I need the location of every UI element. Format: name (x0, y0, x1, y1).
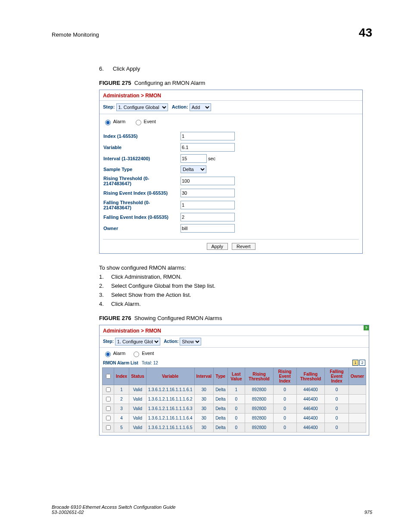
table-cell: 1 (114, 385, 129, 395)
revert-button[interactable]: Revert (232, 243, 255, 250)
table-cell: 0 (325, 414, 349, 423)
table-cell: 1.3.6.1.2.1.16.1.1.1.6.3 (146, 404, 194, 414)
table-cell: 892800 (245, 385, 273, 395)
instruction-step: 2.Select Configure Global from the Step … (99, 283, 372, 289)
table-cell: 0 (227, 414, 245, 423)
table-cell: 0 (273, 395, 296, 404)
page-2[interactable]: 2 (359, 360, 365, 366)
help-icon[interactable]: ? (364, 325, 369, 330)
col-header: Variable (146, 368, 194, 385)
footer-book: Brocade 6910 Ethernet Access Switch Conf… (52, 504, 176, 510)
table-row: 4Valid1.3.6.1.2.1.16.1.1.1.6.430Delta089… (103, 414, 366, 423)
footer-doc: 53-1002651-02 (52, 510, 176, 515)
row-checkbox[interactable] (106, 416, 111, 420)
page-1[interactable]: 1 (352, 360, 358, 366)
form-input[interactable] (181, 224, 235, 233)
row-checkbox[interactable] (106, 406, 111, 411)
row-checkbox[interactable] (106, 425, 111, 430)
form-input[interactable] (181, 213, 235, 221)
form-input[interactable] (181, 189, 235, 197)
col-header: Type (214, 368, 227, 385)
intro-step: 6. Click Apply (99, 65, 372, 72)
table-cell: Delta (214, 404, 227, 414)
radio-event[interactable]: Event (134, 119, 156, 124)
form-input[interactable] (181, 143, 235, 152)
col-header: Falling Threshold (296, 368, 325, 385)
step-select[interactable]: 1. Configure Global (116, 103, 168, 111)
table-cell: Valid (129, 385, 146, 395)
table-cell: 446400 (296, 385, 325, 395)
table-cell: 0 (273, 404, 296, 414)
table-cell: 446400 (296, 414, 325, 423)
table-cell (349, 404, 366, 414)
breadcrumb: Administration > RMON (103, 93, 161, 99)
table-cell: 0 (273, 414, 296, 423)
table-cell: Delta (214, 395, 227, 404)
radio-event-2[interactable]: Event (131, 351, 154, 356)
form-label: Index (1-65535) (103, 131, 180, 141)
table-cell: Delta (214, 414, 227, 423)
step-select-2[interactable]: 1. Configure Global (115, 338, 160, 345)
table-row: 5Valid1.3.6.1.2.1.16.1.1.1.6.530Delta089… (103, 423, 366, 432)
table-row: 3Valid1.3.6.1.2.1.16.1.1.1.6.330Delta089… (103, 404, 366, 414)
table-cell: Valid (129, 414, 146, 423)
apply-button[interactable]: Apply (207, 243, 228, 250)
table-cell (349, 395, 366, 404)
table-cell: 446400 (296, 404, 325, 414)
figure-276-text: Showing Configured RMON Alarms (134, 315, 222, 321)
action-label-2: Action: (164, 339, 178, 344)
form-label: Rising Event Index (0-65535) (103, 188, 180, 198)
col-header: Status (129, 368, 146, 385)
table-cell: Delta (214, 385, 227, 395)
table-cell: 2 (114, 395, 129, 404)
row-checkbox[interactable] (106, 397, 111, 401)
figure-276-caption: FIGURE 276 Showing Configured RMON Alarm… (99, 315, 372, 321)
form-input[interactable] (181, 132, 235, 140)
radio-alarm[interactable]: Alarm (103, 119, 125, 124)
table-cell: 5 (114, 423, 129, 432)
form-label: Rising Threshold (0-2147483647) (103, 175, 180, 187)
list-total: Total: 12 (142, 361, 158, 365)
table-cell: 1.3.6.1.2.1.16.1.1.1.6.5 (146, 423, 194, 432)
figure-275-caption: FIGURE 275 Configuring an RMON Alarm (99, 80, 372, 86)
instructions-lead: To show configured RMON alarms: (99, 264, 372, 271)
form-input[interactable] (181, 177, 235, 185)
footer-page: 975 (364, 510, 372, 515)
col-header: Falling Event Index (325, 368, 349, 385)
intro-step-text: Click Apply (113, 65, 140, 72)
table-cell: 1 (227, 385, 245, 395)
table-cell: 0 (227, 395, 245, 404)
table-cell: Delta (214, 423, 227, 432)
action-label: Action: (172, 104, 188, 109)
list-title: RMON Alarm List (103, 361, 138, 365)
table-cell: 0 (325, 385, 349, 395)
table-cell: 0 (227, 404, 245, 414)
table-cell: Valid (129, 423, 146, 432)
step-label: Step: (103, 104, 115, 109)
table-cell: 892800 (245, 395, 273, 404)
col-header: Owner (349, 368, 366, 385)
panel-config-alarm: Administration > RMON Step: 1. Configure… (99, 90, 363, 254)
table-cell: 1.3.6.1.2.1.16.1.1.1.6.2 (146, 395, 194, 404)
instruction-step: 4.Click Alarm. (99, 301, 372, 307)
table-cell (349, 385, 366, 395)
form-input[interactable] (181, 154, 207, 163)
form-label: Variable (103, 143, 180, 152)
action-select[interactable]: Add (190, 103, 211, 111)
col-header: Rising Threshold (245, 368, 273, 385)
action-select-2[interactable]: Show (180, 338, 201, 345)
form-input[interactable] (181, 201, 235, 209)
header-chapter: 43 (359, 26, 372, 40)
form-table: Index (1-65535)VariableInterval (1-31622… (103, 130, 235, 235)
radio-alarm-2[interactable]: Alarm (103, 351, 125, 356)
unit-label: sec (207, 156, 215, 161)
table-cell: 4 (114, 414, 129, 423)
sample-type-select[interactable]: Delta (181, 165, 206, 173)
table-cell (349, 414, 366, 423)
instruction-step: 1.Click Administration, RMON. (99, 274, 372, 280)
row-checkbox[interactable] (106, 387, 111, 392)
header-section: Remote Monitoring (52, 31, 99, 38)
table-cell: 446400 (296, 395, 325, 404)
table-cell: 892800 (245, 423, 273, 432)
select-all-checkbox[interactable] (106, 374, 111, 379)
